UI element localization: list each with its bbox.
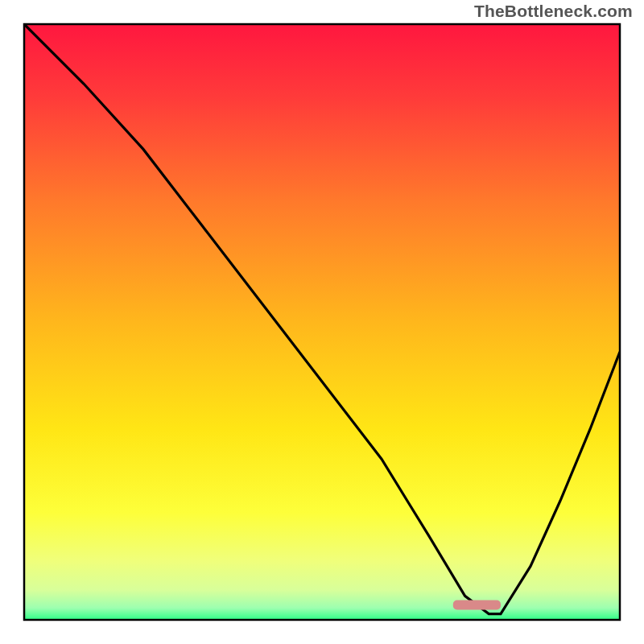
optimum-marker [453,601,501,610]
bottleneck-curve-chart [0,0,644,644]
plot-background [24,24,620,620]
watermark-label: TheBottleneck.com [474,2,633,21]
